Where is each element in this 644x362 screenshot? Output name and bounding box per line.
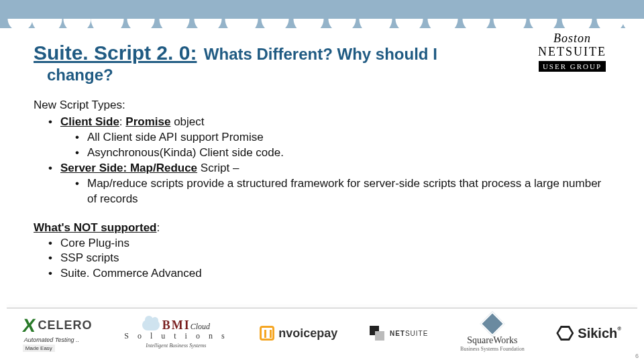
logo-xcelero: XCELERO Automated Testing .. Made Easy (23, 315, 93, 352)
footer-logos: XCELERO Automated Testing .. Made Easy B… (0, 310, 644, 362)
hex-icon (556, 326, 574, 341)
x-icon: X (21, 315, 37, 337)
sub-bullet: All Client side API support Promise (75, 130, 610, 145)
not-supported-item: Core Plug-ins (48, 236, 610, 251)
slide-title: Suite. Script 2. 0: Whats Different? Why… (34, 42, 496, 84)
title-main: Suite. Script 2. 0: (34, 42, 197, 64)
logo-group: USER GROUP (539, 61, 606, 72)
diamond-icon (480, 311, 504, 336)
logo-product: NETSUITE (538, 46, 606, 59)
page-number: 6 (635, 353, 639, 359)
header-logo-boston-netsuite: Boston NETSUITE USER GROUP (538, 32, 606, 72)
logo-city: Boston (538, 32, 606, 46)
not-supported-item: SSP scripts (48, 251, 610, 266)
cloud-banner (0, 0, 644, 28)
section1-intro: New Script Types: (34, 98, 610, 113)
slide-body: New Script Types: Client Side: Promise o… (34, 98, 610, 282)
title-line2: change? (47, 66, 496, 84)
cloud-icon (142, 320, 160, 330)
bullet-server-side: Server Side: Map/Reduce Script – (48, 161, 610, 176)
slide: Boston NETSUITE USER GROUP Suite. Script… (0, 0, 644, 362)
nvoicepay-icon (260, 326, 274, 341)
footer-divider (7, 308, 637, 308)
logo-bmi-cloud: BMICloud S o l u t i o n s Intelligent B… (124, 318, 227, 349)
label: Client Side (60, 115, 119, 128)
sub-bullet: Asynchronous(Kinda) Client side code. (75, 145, 610, 161)
not-supported-item: Suite. Commerce Advanced (48, 266, 610, 282)
logo-sikich: Sikich® (556, 326, 621, 341)
logo-nvoicepay: nvoicepay (260, 326, 337, 341)
section2-heading: What's NOT supported (34, 221, 156, 234)
bullet-client-side: Client Side: Promise object (48, 115, 610, 130)
title-rest: Whats Different? Why should I (204, 45, 437, 63)
netsuite-icon (370, 326, 384, 341)
sub-bullet: Map/reduce scripts provide a structured … (75, 176, 610, 207)
logo-squareworks: SquareWorks Business Systems Foundation (460, 315, 525, 352)
logo-netsuite: NETSUITE (370, 326, 428, 341)
section2: What's NOT supported: Core Plug-ins SSP … (34, 221, 610, 282)
